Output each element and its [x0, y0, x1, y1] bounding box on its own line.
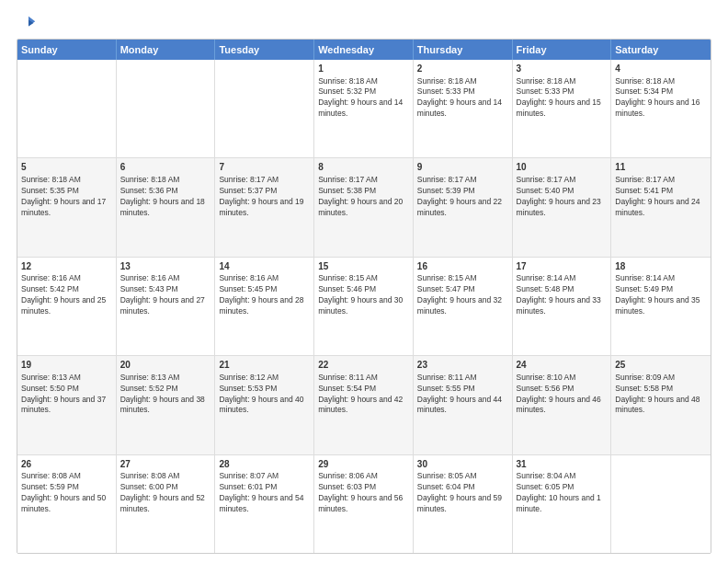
calendar-cell: 19Sunrise: 8:13 AMSunset: 5:50 PMDayligh… [17, 356, 117, 454]
day-info: Sunrise: 8:14 AMSunset: 5:48 PMDaylight:… [517, 273, 608, 317]
day-number: 13 [120, 260, 211, 273]
calendar-cell: 11Sunrise: 8:17 AMSunset: 5:41 PMDayligh… [611, 158, 711, 256]
calendar-cell: 3Sunrise: 8:18 AMSunset: 5:33 PMDaylight… [513, 60, 612, 157]
day-number: 5 [21, 161, 112, 174]
day-info: Sunrise: 8:17 AMSunset: 5:37 PMDaylight:… [219, 175, 310, 219]
logo-flag-icon [20, 15, 37, 31]
day-info: Sunrise: 8:15 AMSunset: 5:46 PMDaylight:… [318, 273, 409, 317]
day-info: Sunrise: 8:18 AMSunset: 5:32 PMDaylight:… [318, 76, 409, 121]
weekday-header: Monday [117, 40, 216, 60]
calendar: SundayMondayTuesdayWednesdayThursdayFrid… [17, 39, 711, 554]
day-info: Sunrise: 8:07 AMSunset: 6:01 PMDaylight:… [219, 471, 310, 515]
day-number: 2 [417, 63, 508, 75]
calendar-cell: 23Sunrise: 8:11 AMSunset: 5:55 PMDayligh… [414, 356, 513, 454]
day-info: Sunrise: 8:15 AMSunset: 5:47 PMDaylight:… [417, 273, 508, 317]
calendar-cell: 24Sunrise: 8:10 AMSunset: 5:56 PMDayligh… [513, 356, 612, 454]
day-info: Sunrise: 8:18 AMSunset: 5:33 PMDaylight:… [417, 76, 508, 121]
calendar-cell: 9Sunrise: 8:17 AMSunset: 5:39 PMDaylight… [414, 158, 513, 256]
day-number: 30 [417, 458, 508, 471]
weekday-header: Sunday [17, 40, 117, 60]
calendar-cell: 12Sunrise: 8:16 AMSunset: 5:42 PMDayligh… [17, 258, 117, 355]
header [17, 15, 711, 31]
day-number: 10 [517, 161, 608, 174]
calendar-cell: 7Sunrise: 8:17 AMSunset: 5:37 PMDaylight… [215, 158, 314, 256]
calendar-cell: 13Sunrise: 8:16 AMSunset: 5:43 PMDayligh… [117, 258, 216, 355]
day-info: Sunrise: 8:12 AMSunset: 5:53 PMDaylight:… [219, 373, 310, 417]
day-number: 25 [615, 359, 707, 372]
day-number: 19 [21, 359, 112, 372]
day-info: Sunrise: 8:16 AMSunset: 5:42 PMDaylight:… [21, 273, 112, 317]
weekday-header: Saturday [611, 40, 711, 60]
day-info: Sunrise: 8:13 AMSunset: 5:50 PMDaylight:… [21, 373, 112, 417]
logo [17, 15, 37, 31]
calendar-cell: 17Sunrise: 8:14 AMSunset: 5:48 PMDayligh… [513, 258, 612, 355]
calendar-row: 26Sunrise: 8:08 AMSunset: 5:59 PMDayligh… [17, 455, 711, 553]
calendar-cell: 10Sunrise: 8:17 AMSunset: 5:40 PMDayligh… [513, 158, 612, 256]
day-info: Sunrise: 8:18 AMSunset: 5:33 PMDaylight:… [517, 76, 608, 121]
day-info: Sunrise: 8:17 AMSunset: 5:40 PMDaylight:… [517, 175, 608, 219]
day-info: Sunrise: 8:10 AMSunset: 5:56 PMDaylight:… [517, 373, 608, 417]
day-number: 15 [318, 260, 409, 273]
day-number: 8 [318, 161, 409, 174]
calendar-cell: 27Sunrise: 8:08 AMSunset: 6:00 PMDayligh… [117, 455, 216, 553]
calendar-header: SundayMondayTuesdayWednesdayThursdayFrid… [17, 40, 711, 60]
calendar-cell: 31Sunrise: 8:04 AMSunset: 6:05 PMDayligh… [513, 455, 612, 553]
day-number: 29 [318, 458, 409, 471]
calendar-cell: 26Sunrise: 8:08 AMSunset: 5:59 PMDayligh… [17, 455, 117, 553]
day-info: Sunrise: 8:14 AMSunset: 5:49 PMDaylight:… [615, 273, 707, 317]
weekday-header: Thursday [414, 40, 513, 60]
day-number: 4 [615, 63, 707, 75]
calendar-cell: 6Sunrise: 8:18 AMSunset: 5:36 PMDaylight… [117, 158, 216, 256]
day-number: 26 [21, 458, 112, 471]
calendar-row: 12Sunrise: 8:16 AMSunset: 5:42 PMDayligh… [17, 258, 711, 356]
page: SundayMondayTuesdayWednesdayThursdayFrid… [0, 0, 728, 563]
calendar-cell [17, 60, 117, 157]
day-info: Sunrise: 8:08 AMSunset: 5:59 PMDaylight:… [21, 471, 112, 515]
day-number: 27 [120, 458, 211, 471]
calendar-cell: 29Sunrise: 8:06 AMSunset: 6:03 PMDayligh… [314, 455, 414, 553]
calendar-cell: 18Sunrise: 8:14 AMSunset: 5:49 PMDayligh… [611, 258, 711, 355]
day-info: Sunrise: 8:06 AMSunset: 6:03 PMDaylight:… [318, 471, 409, 515]
day-info: Sunrise: 8:18 AMSunset: 5:36 PMDaylight:… [120, 175, 211, 219]
calendar-cell: 8Sunrise: 8:17 AMSunset: 5:38 PMDaylight… [314, 158, 414, 256]
calendar-cell: 14Sunrise: 8:16 AMSunset: 5:45 PMDayligh… [215, 258, 314, 355]
day-info: Sunrise: 8:05 AMSunset: 6:04 PMDaylight:… [417, 471, 508, 515]
calendar-body: 1Sunrise: 8:18 AMSunset: 5:32 PMDaylight… [17, 60, 711, 553]
day-info: Sunrise: 8:09 AMSunset: 5:58 PMDaylight:… [615, 373, 707, 417]
day-info: Sunrise: 8:04 AMSunset: 6:05 PMDaylight:… [517, 471, 608, 515]
day-number: 20 [120, 359, 211, 372]
day-number: 24 [517, 359, 608, 372]
calendar-cell: 22Sunrise: 8:11 AMSunset: 5:54 PMDayligh… [314, 356, 414, 454]
day-info: Sunrise: 8:16 AMSunset: 5:45 PMDaylight:… [219, 273, 310, 317]
day-info: Sunrise: 8:17 AMSunset: 5:38 PMDaylight:… [318, 175, 409, 219]
calendar-row: 5Sunrise: 8:18 AMSunset: 5:35 PMDaylight… [17, 158, 711, 257]
day-number: 9 [417, 161, 508, 174]
day-info: Sunrise: 8:17 AMSunset: 5:39 PMDaylight:… [417, 175, 508, 219]
day-info: Sunrise: 8:18 AMSunset: 5:35 PMDaylight:… [21, 175, 112, 219]
day-info: Sunrise: 8:17 AMSunset: 5:41 PMDaylight:… [615, 175, 707, 219]
day-number: 23 [417, 359, 508, 372]
calendar-cell: 25Sunrise: 8:09 AMSunset: 5:58 PMDayligh… [611, 356, 711, 454]
calendar-cell: 20Sunrise: 8:13 AMSunset: 5:52 PMDayligh… [117, 356, 216, 454]
day-number: 31 [517, 458, 608, 471]
calendar-cell: 2Sunrise: 8:18 AMSunset: 5:33 PMDaylight… [414, 60, 513, 157]
day-number: 6 [120, 161, 211, 174]
calendar-row: 1Sunrise: 8:18 AMSunset: 5:32 PMDaylight… [17, 60, 711, 158]
day-number: 17 [517, 260, 608, 273]
day-info: Sunrise: 8:11 AMSunset: 5:55 PMDaylight:… [417, 373, 508, 417]
day-number: 16 [417, 260, 508, 273]
calendar-cell [611, 455, 711, 553]
day-number: 7 [219, 161, 310, 174]
day-number: 22 [318, 359, 409, 372]
day-info: Sunrise: 8:08 AMSunset: 6:00 PMDaylight:… [120, 471, 211, 515]
day-number: 14 [219, 260, 310, 273]
day-number: 11 [615, 161, 707, 174]
calendar-cell: 1Sunrise: 8:18 AMSunset: 5:32 PMDaylight… [314, 60, 414, 157]
calendar-row: 19Sunrise: 8:13 AMSunset: 5:50 PMDayligh… [17, 356, 711, 454]
calendar-cell: 5Sunrise: 8:18 AMSunset: 5:35 PMDaylight… [17, 158, 117, 256]
calendar-cell: 15Sunrise: 8:15 AMSunset: 5:46 PMDayligh… [314, 258, 414, 355]
day-number: 1 [318, 63, 409, 75]
day-info: Sunrise: 8:18 AMSunset: 5:34 PMDaylight:… [615, 76, 707, 121]
day-number: 21 [219, 359, 310, 372]
day-number: 18 [615, 260, 707, 273]
